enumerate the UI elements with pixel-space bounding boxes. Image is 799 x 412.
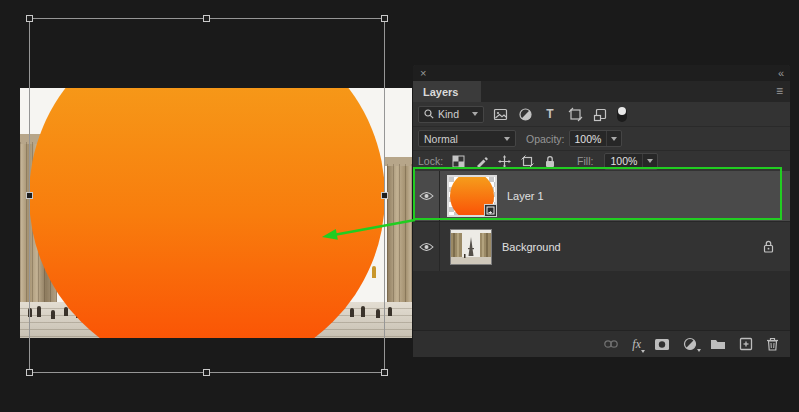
transform-handle-bottom-right[interactable] [381,369,388,376]
lock-position-icon[interactable] [496,153,512,169]
shape-layer-filter-icon[interactable] [567,106,583,122]
transform-handle-middle-right[interactable] [381,192,388,199]
close-panel-icon[interactable]: × [420,68,426,78]
fill-dropdown-button[interactable] [642,154,657,169]
tab-layers[interactable]: Layers [413,81,481,102]
layer-visibility-toggle[interactable] [413,171,440,221]
opacity-label: Opacity: [526,133,565,145]
link-layers-icon[interactable] [603,338,619,350]
chevron-down-icon [504,137,510,141]
fill-label: Fill: [577,155,593,167]
layer-name: Layer 1 [507,190,544,202]
pixel-layer-filter-icon[interactable] [492,106,508,122]
toggle-ball [618,107,626,115]
layer-filter-bar: Kind T [413,102,790,127]
opacity-input[interactable]: 100% [569,130,623,147]
layer-row-layer-1[interactable]: Layer 1 [413,171,790,221]
search-icon [424,109,434,119]
background-lock-badge[interactable] [763,240,774,253]
layers-panel-footer: fx [413,330,790,357]
chevron-down-icon [472,112,478,116]
transform-handle-top-right[interactable] [381,15,388,22]
opacity-dropdown-button[interactable] [606,131,621,146]
lock-bar: Lock: Fill: 100% [413,151,790,171]
blend-mode-value: Normal [424,133,458,145]
delete-layer-icon[interactable] [766,337,779,351]
lock-artboard-icon[interactable] [519,153,535,169]
photoshop-workspace: × « Layers ≡ Kind [0,0,799,412]
collapse-panels-icon[interactable]: « [778,67,783,79]
transform-handle-top-left[interactable] [26,15,33,22]
new-group-icon[interactable] [710,338,726,350]
submenu-caret [697,349,701,352]
fill-value: 100% [605,155,642,167]
transform-handle-bottom-middle[interactable] [203,369,210,376]
transform-bounding-box[interactable] [29,18,385,373]
smart-object-filter-icon[interactable] [592,106,608,122]
lock-all-icon[interactable] [542,153,558,169]
photo-right-column [387,164,412,302]
lock-image-pixels-icon[interactable] [473,153,489,169]
filter-type-icons: T [492,106,627,122]
filter-kind-select[interactable]: Kind [418,106,484,123]
transform-handle-middle-left[interactable] [26,192,33,199]
layer-list-empty-area[interactable] [413,271,790,330]
fill-input[interactable]: 100% [604,153,658,170]
eye-icon [419,191,434,201]
layers-panel: × « Layers ≡ Kind [413,65,790,357]
filter-kind-value: Kind [438,108,459,120]
lock-icon [763,240,774,253]
new-adjustment-layer-icon[interactable] [683,337,697,351]
background-thumbnail-image [451,230,491,264]
lock-label: Lock: [418,155,443,167]
layer-visibility-toggle[interactable] [413,222,440,271]
lock-transparent-pixels-icon[interactable] [450,153,466,169]
type-layer-filter-icon[interactable]: T [542,106,558,122]
layer-name: Background [502,241,561,253]
chevron-down-icon [611,137,617,141]
adjustment-layer-filter-icon[interactable] [517,106,533,122]
panel-menu-icon[interactable]: ≡ [776,84,783,98]
layer-row-background[interactable]: Background [413,221,790,271]
layer-styles-icon[interactable]: fx [632,337,641,352]
transform-handle-bottom-left[interactable] [26,369,33,376]
layer-thumbnail-background-photo[interactable] [450,229,492,265]
smart-object-badge-icon [484,204,497,217]
opacity-value: 100% [570,133,607,145]
eye-icon [419,242,434,252]
fx-glyph: fx [632,337,641,352]
filter-toggle-switch[interactable] [617,107,627,122]
blend-mode-select[interactable]: Normal [418,130,516,147]
add-layer-mask-icon[interactable] [654,338,670,351]
layer-thumbnail-smart-object[interactable] [447,175,497,217]
submenu-caret [641,350,645,353]
layer-list: Layer 1 [413,171,790,330]
transform-handle-top-middle[interactable] [203,15,210,22]
photo-person [388,307,392,316]
new-layer-icon[interactable] [739,337,753,351]
chevron-down-icon [647,159,653,163]
blend-mode-bar: Normal Opacity: 100% [413,127,790,151]
panel-group-header: × « [413,65,790,81]
panel-tab-bar: Layers ≡ [413,81,790,102]
